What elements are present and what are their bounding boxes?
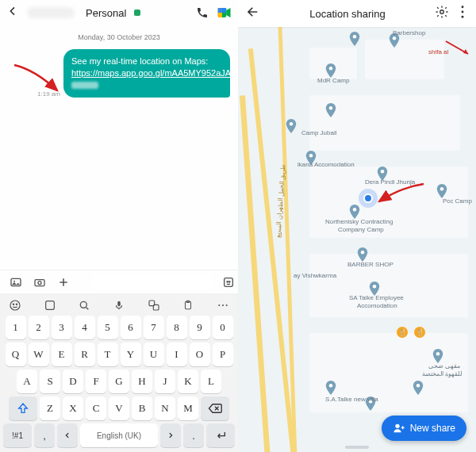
key-k[interactable]: K [178,370,198,393]
map-pin-icon[interactable] [305,151,317,162]
sticker-icon[interactable] [222,276,235,289]
symbols-key[interactable]: !#1 [3,423,32,447]
key-5[interactable]: 5 [98,316,118,339]
key-q[interactable]: Q [6,343,26,366]
key-i[interactable]: I [167,343,187,366]
lang-prev-key[interactable] [57,423,78,447]
map-pin-icon[interactable] [325,63,336,75]
message-link[interactable]: https://maps.app.goo.gl/mAA5MY952aJAc3 [71,68,238,78]
map-label: ay Vishwkarma [294,273,336,280]
key-p[interactable]: P [213,343,233,366]
clipboard-icon[interactable] [181,298,195,312]
map-pin-icon[interactable] [432,349,443,360]
map-label: Company Camp [338,227,384,234]
map-pin-icon[interactable] [369,282,380,293]
compose-bar [0,270,238,293]
map-pin-icon[interactable] [325,381,336,392]
search-icon[interactable] [77,298,91,312]
map-label: Camp Jubail [301,130,336,137]
svg-point-26 [462,11,464,13]
plus-icon[interactable] [57,276,70,289]
key-y[interactable]: Y [121,343,141,366]
key-f[interactable]: F [86,370,106,393]
period-key[interactable]: . [183,423,204,447]
translate-icon[interactable] [147,298,161,312]
key-g[interactable]: G [109,370,129,393]
map-canvas[interactable]: طريق الجبيل الظهران السريع 🍴 🍴 Barbersho… [238,0,476,452]
compose-input[interactable] [92,275,211,289]
key-9[interactable]: 9 [190,316,210,339]
key-b[interactable]: B [132,396,152,420]
key-z[interactable]: Z [40,396,60,420]
comma-key[interactable]: , [34,423,55,447]
more-icon[interactable] [216,298,230,312]
svg-point-12 [16,304,17,305]
map-pin-icon[interactable] [436,184,447,195]
camera-icon[interactable] [33,276,46,289]
restaurant-pin-icon[interactable]: 🍴 [397,327,408,338]
map-block [365,40,444,79]
lang-next-key[interactable] [160,423,181,447]
key-n[interactable]: N [155,396,175,420]
message-text: See my real-time location on Maps: [71,56,208,66]
key-4[interactable]: 4 [75,316,95,339]
key-x[interactable]: X [63,396,83,420]
key-d[interactable]: D [63,370,83,393]
new-share-label: New share [410,423,455,434]
key-l[interactable]: L [201,370,221,393]
enter-key[interactable] [206,423,235,447]
map-pin-icon[interactable] [377,167,388,178]
map-pin-icon[interactable] [413,381,424,392]
new-share-button[interactable]: New share [382,416,466,441]
key-r[interactable]: R [75,343,95,366]
map-pin-icon[interactable] [349,205,360,216]
key-w[interactable]: W [29,343,49,366]
key-1[interactable]: 1 [6,316,26,339]
key-8[interactable]: 8 [167,316,187,339]
user-location-dot[interactable] [363,193,373,203]
key-t[interactable]: T [98,343,118,366]
map-pin-icon[interactable] [325,103,336,114]
back-icon[interactable] [6,5,19,21]
key-m[interactable]: M [178,396,198,420]
key-a[interactable]: A [17,370,37,393]
key-7[interactable]: 7 [144,316,164,339]
key-3[interactable]: 3 [52,316,72,339]
restaurant-pin-icon[interactable]: 🍴 [414,327,425,338]
gear-icon[interactable] [435,5,449,22]
video-call-icon[interactable] [217,6,232,20]
key-c[interactable]: C [86,396,106,420]
key-o[interactable]: O [190,343,210,366]
mic-icon[interactable] [112,298,126,312]
key-v[interactable]: V [109,396,129,420]
map-pin-icon[interactable] [286,119,297,130]
key-e[interactable]: E [52,343,72,366]
map-label: Barbershop [393,30,425,37]
key-2[interactable]: 2 [29,316,49,339]
sticker-kb-icon[interactable] [43,298,57,312]
svg-point-10 [10,301,20,310]
key-j[interactable]: J [155,370,175,393]
shift-key[interactable] [9,396,37,420]
space-key[interactable]: English (UK) [80,423,158,447]
svg-rect-13 [45,301,54,310]
key-u[interactable]: U [144,343,164,366]
backspace-key[interactable] [201,396,229,420]
back-icon[interactable] [246,5,260,22]
gallery-icon[interactable] [10,276,22,289]
key-s[interactable]: S [40,370,60,393]
key-6[interactable]: 6 [121,316,141,339]
message-bubble[interactable]: See my real-time location on Maps: https… [63,49,230,98]
bottom-sheet-handle[interactable] [345,446,369,449]
key-h[interactable]: H [132,370,152,393]
emoji-icon[interactable] [8,298,22,312]
map-pin-icon[interactable] [349,32,360,43]
messages-header: Personal [0,0,238,25]
key-0[interactable]: 0 [213,316,233,339]
more-icon[interactable] [457,5,468,22]
contact-name-redacted [27,7,75,18]
kb-row-bottom: !#1 , English (UK) . [3,423,235,447]
phone-icon[interactable] [195,6,209,20]
kb-row-q: QWERTYUIOP [3,343,235,366]
map-pin-icon[interactable] [357,247,368,259]
